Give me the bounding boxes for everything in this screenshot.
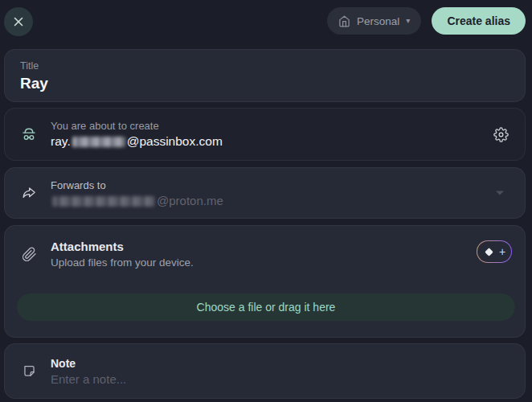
redacted-forward-local-part — [52, 196, 155, 207]
forwards-address: @proton.me — [51, 194, 223, 207]
upgrade-add-attachment-button[interactable]: + — [477, 240, 512, 263]
alias-domain: @passinbox.com — [127, 134, 223, 148]
title-label: Title — [20, 60, 509, 72]
header-actions: Personal ▾ Create alias — [327, 7, 526, 35]
choose-file-button[interactable]: Choose a file or drag it here — [17, 293, 515, 321]
vault-switcher-button[interactable]: Personal ▾ — [327, 7, 421, 35]
plus-icon: + — [499, 246, 505, 257]
gear-icon — [493, 127, 509, 142]
alias-address: ray.@passinbox.com — [51, 134, 223, 149]
create-alias-screen: Personal ▾ Create alias Title Ray You ar… — [0, 0, 532, 402]
vault-switcher-label: Personal — [357, 15, 399, 27]
close-button[interactable] — [4, 7, 33, 36]
attachments-card: Attachments Upload files from your devic… — [4, 225, 526, 338]
attachments-title: Attachments — [51, 240, 194, 253]
forwards-to-select[interactable]: Forwards to @proton.me — [4, 167, 526, 219]
forwards-domain: @proton.me — [157, 194, 223, 207]
alias-preview-label: You are about to create — [51, 120, 223, 132]
note-label: Note — [51, 357, 126, 370]
alias-local-prefix: ray. — [51, 134, 71, 148]
create-alias-button[interactable]: Create alias — [432, 7, 526, 35]
note-icon — [19, 363, 39, 379]
note-placeholder[interactable]: Enter a note... — [51, 372, 126, 386]
redacted-alias-local-part — [72, 137, 125, 147]
forwards-label: Forwards to — [51, 179, 223, 191]
forward-arrow-icon — [19, 185, 39, 202]
close-icon — [13, 16, 24, 27]
attachments-subtitle: Upload files from your device. — [51, 256, 194, 269]
alias-preview-card: You are about to create ray.@passinbox.c… — [4, 108, 526, 161]
title-field-card[interactable]: Title Ray — [4, 49, 526, 102]
chevron-down-icon: ▾ — [406, 17, 410, 25]
title-value[interactable]: Ray — [20, 75, 509, 92]
diamond-icon — [483, 246, 495, 258]
dropdown-chevron-icon — [496, 191, 504, 195]
paperclip-icon — [19, 247, 39, 262]
alias-spy-icon — [19, 125, 39, 143]
note-field-card[interactable]: Note Enter a note... — [4, 343, 526, 399]
home-icon — [338, 15, 350, 27]
alias-settings-button[interactable] — [489, 122, 513, 146]
